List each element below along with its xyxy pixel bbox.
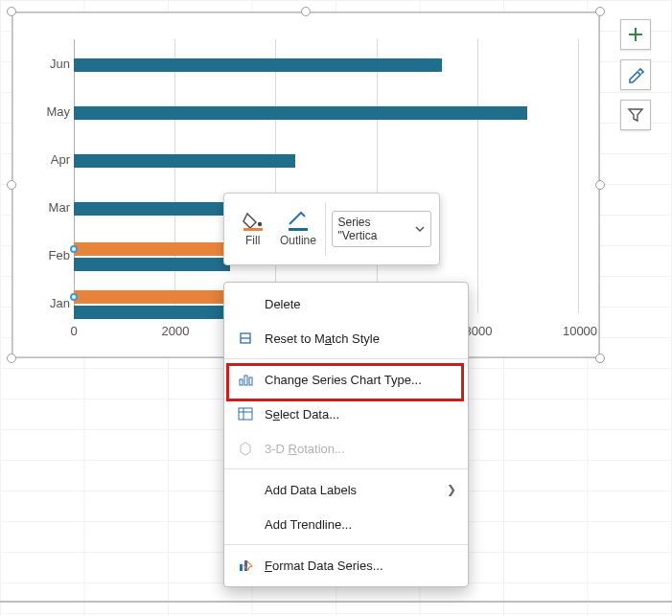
gridline	[377, 39, 378, 313]
menu-reset-match-style[interactable]: Reset to Match Style	[224, 321, 468, 355]
menu-label: Delete	[265, 297, 456, 311]
svg-rect-4	[240, 379, 243, 385]
context-menu: Delete Reset to Match Style Change Serie…	[223, 282, 469, 587]
series-selector[interactable]: Series "Vertica	[332, 211, 431, 247]
gridline	[578, 39, 579, 313]
svg-rect-1	[243, 228, 263, 231]
gridline	[477, 39, 478, 313]
fill-label: Fill	[245, 234, 260, 247]
x-tick-label: 0	[70, 324, 77, 338]
chart-type-icon	[236, 372, 255, 387]
funnel-icon	[627, 106, 644, 124]
menu-change-series-chart-type[interactable]: Change Series Chart Type...	[224, 362, 468, 397]
resize-handle[interactable]	[595, 7, 605, 16]
select-data-icon	[236, 406, 255, 422]
chart-styles-button[interactable]	[620, 59, 651, 90]
menu-add-trendline[interactable]: Add Trendline...	[224, 507, 468, 541]
menu-select-data[interactable]: Select Data...	[224, 397, 468, 431]
y-tick-label: Feb	[32, 248, 70, 262]
menu-label: Reset to Match Style	[265, 331, 456, 346]
plot-area[interactable]	[74, 39, 578, 313]
svg-rect-5	[244, 376, 247, 385]
menu-label: Add Data Labels	[265, 483, 437, 497]
toolbar-divider	[325, 202, 326, 256]
bar-series1-may[interactable]	[74, 106, 527, 120]
x-tick-label: 2000	[162, 324, 190, 338]
menu-delete[interactable]: Delete	[224, 286, 468, 321]
menu-label: Select Data...	[265, 407, 456, 422]
resize-handle[interactable]	[301, 7, 311, 16]
y-tick-label: Jan	[32, 296, 70, 310]
cube-icon	[236, 441, 255, 456]
y-tick-label: Mar	[32, 200, 70, 215]
svg-rect-7	[239, 408, 252, 420]
resize-handle[interactable]	[7, 180, 16, 190]
menu-label: Format Data Series...	[265, 559, 456, 573]
menu-3d-rotation: 3-D Rotation...	[224, 431, 468, 466]
selection-dot	[70, 245, 78, 253]
menu-separator	[224, 468, 468, 469]
plus-icon	[627, 26, 644, 43]
resize-handle[interactable]	[595, 180, 605, 190]
submenu-arrow-icon: ❯	[447, 483, 456, 496]
selection-dot	[70, 293, 78, 301]
resize-handle[interactable]	[595, 354, 605, 363]
chevron-down-icon	[415, 224, 425, 234]
menu-separator	[224, 544, 468, 545]
menu-label: Add Trendline...	[265, 517, 456, 532]
gridline	[174, 39, 175, 313]
fill-button[interactable]: Fill	[232, 211, 273, 247]
sheet-bottom-edge	[0, 601, 672, 603]
svg-rect-2	[289, 228, 308, 231]
bar-series1-jan[interactable]	[74, 306, 241, 319]
menu-label: 3-D Rotation...	[265, 442, 456, 456]
outline-icon	[286, 211, 311, 232]
chart-filter-button[interactable]	[620, 100, 651, 130]
resize-handle[interactable]	[7, 354, 16, 363]
chart-elements-button[interactable]	[620, 19, 651, 50]
gridline	[275, 39, 276, 313]
bar-series1-feb[interactable]	[74, 258, 230, 271]
fill-icon	[241, 211, 266, 232]
svg-rect-6	[249, 377, 252, 385]
outline-button[interactable]: Outline	[277, 211, 318, 247]
bar-series1-apr[interactable]	[74, 154, 295, 168]
x-tick-label: 10000	[563, 324, 597, 338]
menu-add-data-labels[interactable]: Add Data Labels ❯	[224, 472, 468, 507]
brush-icon	[627, 66, 644, 83]
series-selector-text: Series "Vertica	[338, 216, 410, 242]
reset-icon	[236, 331, 255, 346]
svg-point-0	[257, 222, 261, 226]
y-tick-label: Apr	[32, 152, 70, 167]
bar-series1-jun[interactable]	[74, 58, 442, 72]
outline-label: Outline	[280, 234, 316, 247]
mini-toolbar: Fill Outline Series "Vertica	[223, 193, 440, 265]
y-tick-label: Jun	[32, 57, 70, 71]
menu-format-data-series[interactable]: Format Data Series...	[224, 548, 468, 582]
y-tick-label: May	[32, 104, 70, 119]
menu-label: Change Series Chart Type...	[265, 373, 456, 387]
svg-rect-8	[240, 564, 243, 571]
menu-separator	[224, 358, 468, 359]
resize-handle[interactable]	[7, 7, 16, 16]
format-series-icon	[236, 558, 255, 573]
